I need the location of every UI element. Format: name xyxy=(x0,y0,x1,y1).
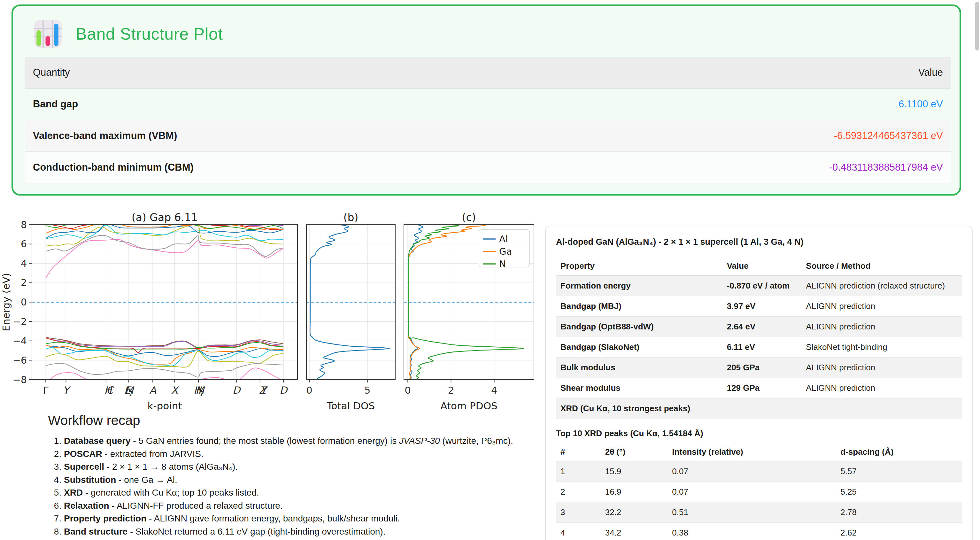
property-s-cell: ALIGNN prediction (relaxed structure) xyxy=(801,276,962,296)
workflow-item: Supercell - 2 × 1 × 1 → 8 atoms (AlGa₃N₄… xyxy=(64,462,542,472)
svg-text:A: A xyxy=(149,384,156,396)
xrd-span-row: XRD (Cu Kα, 10 strongest peaks) xyxy=(556,398,962,419)
svg-text:k-point: k-point xyxy=(147,400,182,411)
xrd-cell: 2 xyxy=(556,482,601,502)
svg-text:−8: −8 xyxy=(13,374,27,385)
svg-text:ZY: ZY xyxy=(259,384,269,396)
property-v-cell: 205 GPa xyxy=(722,358,802,378)
xrd-dspacing-header: d-spacing (Å) xyxy=(836,443,962,461)
svg-text:0: 0 xyxy=(306,385,312,396)
svg-text:HC: HC xyxy=(104,384,115,396)
svg-text:Total DOS: Total DOS xyxy=(326,400,375,411)
value-cell: -0.4831183885817984 eV xyxy=(488,152,951,183)
workflow-item-term: Database query xyxy=(64,436,131,446)
svg-text:Al: Al xyxy=(499,234,508,244)
quantity-table: Quantity Value Band gap6.1100 eVValence-… xyxy=(25,57,951,183)
value-column-header: Value xyxy=(488,57,951,88)
xrd-number-header: # xyxy=(556,443,601,461)
xrd-cell: 5.57 xyxy=(836,461,962,482)
property-row: Bulk modulus205 GPaALIGNN prediction xyxy=(556,358,962,378)
xrd-header-row: # 2θ (°) Intensity (relative) d-spacing … xyxy=(556,443,962,461)
svg-text:4: 4 xyxy=(21,258,27,269)
xrd-row: 434.20.382.62 xyxy=(556,523,962,540)
property-p-cell: Shear modulus xyxy=(556,378,722,398)
property-s-cell: ALIGNN prediction xyxy=(801,358,962,378)
workflow-item: Substitution - one Ga → Al. xyxy=(64,475,542,485)
band-structure-figure: −8−6−4−202468ΓYHCEM1AXHM1DZYD(a) Gap 6.1… xyxy=(0,211,559,416)
svg-text:2: 2 xyxy=(21,277,27,288)
property-v-cell: 3.97 eV xyxy=(722,296,802,317)
quantity-cell: Conduction-band minimum (CBM) xyxy=(25,152,488,183)
svg-text:X: X xyxy=(171,384,180,396)
workflow-item-term: XRD xyxy=(64,487,83,497)
property-v-cell: 129 GPa xyxy=(722,378,802,398)
property-s-cell: ALIGNN prediction xyxy=(801,317,962,337)
workflow-item-term: Band structure xyxy=(64,527,127,537)
xrd-row: 216.90.075.25 xyxy=(556,482,962,502)
xrd-cell: 0.51 xyxy=(668,502,836,523)
xrd-cell: 34.2 xyxy=(601,523,668,540)
property-row: Bandgap (SlakoNet)6.11 eVSlakoNet tight-… xyxy=(556,337,962,358)
xrd-cell: 15.9 xyxy=(601,461,668,482)
svg-text:(a) Gap 6.11: (a) Gap 6.11 xyxy=(132,211,198,224)
xrd-cell: 2.78 xyxy=(836,502,962,523)
xrd-cell: 5.25 xyxy=(836,482,962,502)
source-column-header: Source / Method xyxy=(801,256,962,276)
property-row: Bandgap (MBJ)3.97 eVALIGNN prediction xyxy=(556,296,962,317)
svg-text:−4: −4 xyxy=(13,335,27,346)
svg-text:N: N xyxy=(499,258,506,269)
svg-text:2: 2 xyxy=(448,385,454,396)
xrd-2theta-header: 2θ (°) xyxy=(601,443,668,461)
workflow-item: Relaxation - ALIGNN-FF produced a relaxe… xyxy=(64,501,542,511)
workflow-item: Database query - 5 GaN entries found; th… xyxy=(64,436,542,446)
svg-text:EM1: EM1 xyxy=(124,384,135,398)
workflow-item: Band structure - SlakoNet returned a 6.1… xyxy=(64,527,542,537)
svg-text:0: 0 xyxy=(21,296,27,308)
value-cell: -6.593124465437361 eV xyxy=(488,120,951,152)
properties-table: Property Value Source / Method Formation… xyxy=(556,256,962,419)
svg-text:(c): (c) xyxy=(462,211,476,224)
band-card-header: Band Structure Plot xyxy=(13,6,959,57)
workflow-item: XRD - generated with Cu Kα; top 10 peaks… xyxy=(64,488,542,497)
quantity-cell: Band gap xyxy=(25,88,488,120)
value-cell: 6.1100 eV xyxy=(488,88,951,120)
workflow-item: Property prediction - ALIGNN gave format… xyxy=(64,514,542,523)
svg-text:HM1: HM1 xyxy=(194,384,205,398)
svg-text:4: 4 xyxy=(491,385,497,396)
svg-text:Ga: Ga xyxy=(499,246,512,257)
svg-text:0: 0 xyxy=(405,385,411,396)
xrd-intensity-header: Intensity (relative) xyxy=(668,443,836,461)
svg-text:−2: −2 xyxy=(13,316,27,327)
scrollbar-thumb[interactable] xyxy=(975,2,979,51)
workflow-item-term: Supercell xyxy=(64,462,104,472)
svg-text:Y: Y xyxy=(63,384,71,396)
supercell-title: Al-doped GaN (AlGa₃N₄) - 2 × 1 × 1 super… xyxy=(556,237,962,247)
workflow-item-term: POSCAR xyxy=(64,449,102,459)
property-v-cell: -0.870 eV / atom xyxy=(722,276,802,296)
quantity-table-row: Band gap6.1100 eV xyxy=(25,88,951,120)
svg-text:−6: −6 xyxy=(13,355,27,366)
svg-text:D: D xyxy=(280,384,288,396)
property-p-cell: Bandgap (OptB88-vdW) xyxy=(556,317,722,337)
xrd-cell: 1 xyxy=(556,461,601,482)
xrd-row: 332.20.512.78 xyxy=(556,502,962,523)
property-row: Formation energy-0.870 eV / atomALIGNN p… xyxy=(556,276,962,296)
property-row: Shear modulus129 GPaALIGNN prediction xyxy=(556,378,962,398)
property-v-cell: 2.64 eV xyxy=(722,317,802,337)
property-column-header: Property xyxy=(556,256,722,276)
svg-text:D: D xyxy=(232,384,241,396)
xrd-cell: 0.38 xyxy=(668,523,836,540)
xrd-heading: Top 10 XRD peaks (Cu Kα, 1.54184 Å) xyxy=(556,428,962,438)
xrd-cell: 3 xyxy=(556,502,601,523)
page-title: Band Structure Plot xyxy=(76,24,223,43)
xrd-table: # 2θ (°) Intensity (relative) d-spacing … xyxy=(556,443,962,540)
quantity-cell: Valence-band maximum (VBM) xyxy=(25,120,488,152)
property-s-cell: SlakoNet tight-binding xyxy=(801,337,962,358)
quantity-table-row: Valence-band maximum (VBM)-6.59312446543… xyxy=(25,120,951,152)
xrd-cell: 2.62 xyxy=(836,523,962,540)
xrd-cell: 0.07 xyxy=(668,461,836,482)
bar-chart-icon xyxy=(33,19,63,49)
scrollbar[interactable] xyxy=(974,0,980,540)
workflow-heading: Workflow recap xyxy=(48,413,542,428)
svg-text:Energy (eV): Energy (eV) xyxy=(0,273,12,331)
